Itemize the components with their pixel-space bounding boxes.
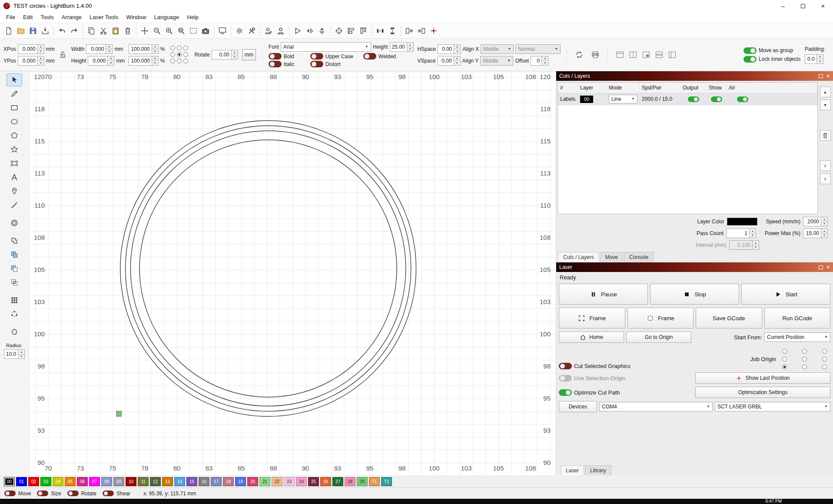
dock-layout-1-button[interactable] bbox=[614, 49, 626, 61]
user-button[interactable] bbox=[275, 25, 287, 37]
palette-color-12[interactable]: 12 bbox=[150, 477, 161, 486]
tab-move[interactable]: Move bbox=[600, 252, 623, 262]
align-x-select[interactable]: Middle▼ bbox=[481, 44, 514, 54]
power-max-input[interactable]: 15.00▲▼ bbox=[803, 229, 828, 238]
shape-properties-tool[interactable] bbox=[7, 325, 22, 338]
layer-color-chip[interactable]: 00 bbox=[580, 96, 593, 103]
home-button[interactable]: Home bbox=[559, 332, 624, 343]
palette-color-24[interactable]: 24 bbox=[296, 477, 307, 486]
palette-color-15[interactable]: 15 bbox=[186, 477, 197, 486]
bold-toggle[interactable] bbox=[269, 53, 282, 60]
job-origin-5[interactable] bbox=[822, 357, 827, 361]
text-tool[interactable] bbox=[7, 171, 22, 184]
palette-color-05[interactable]: 05 bbox=[65, 477, 76, 486]
distribute-h-button[interactable] bbox=[374, 25, 386, 37]
draw-lines-tool[interactable] bbox=[7, 87, 22, 100]
status-toggle-rotate[interactable]: Rotate bbox=[67, 491, 96, 497]
move-layer-up-button[interactable]: ▲ bbox=[820, 86, 831, 97]
palette-color-28[interactable]: 28 bbox=[345, 477, 355, 486]
palette-color-27[interactable]: 27 bbox=[332, 477, 343, 486]
camera-button[interactable] bbox=[199, 25, 212, 37]
machine-settings-button[interactable] bbox=[246, 25, 258, 37]
height-input[interactable]: 0.000▲▼ bbox=[88, 56, 114, 66]
uppercase-toggle[interactable] bbox=[310, 53, 323, 60]
show-last-position-button[interactable]: Show Last Position bbox=[695, 372, 830, 384]
zoom-out-button[interactable] bbox=[151, 25, 163, 37]
palette-color-08[interactable]: 08 bbox=[101, 477, 112, 486]
pause-button[interactable]: Pause bbox=[559, 284, 648, 305]
maximize-button[interactable] bbox=[793, 0, 813, 12]
os-taskbar[interactable]: 6:47 PM bbox=[0, 499, 833, 504]
palette-color-02[interactable]: 02 bbox=[28, 477, 39, 486]
frame-circle-button[interactable]: Frame bbox=[627, 308, 694, 328]
job-origin-8[interactable] bbox=[822, 365, 827, 369]
padding-input[interactable]: 0.0▲▼ bbox=[805, 54, 823, 64]
menu-tools[interactable]: Tools bbox=[37, 12, 57, 22]
close-button[interactable]: × bbox=[813, 0, 833, 12]
save-gcode-button[interactable]: Save GCode bbox=[696, 308, 762, 328]
palette-color-00[interactable]: 00 bbox=[4, 477, 15, 486]
go-to-origin-button[interactable]: Go to Origin bbox=[626, 332, 691, 343]
marquee-button[interactable] bbox=[187, 25, 199, 37]
anchor-point-grid[interactable] bbox=[170, 46, 189, 64]
pan-button[interactable] bbox=[139, 25, 151, 37]
cut-button[interactable] bbox=[97, 25, 110, 37]
palette-color-25[interactable]: 25 bbox=[308, 477, 319, 486]
layer-air-toggle[interactable] bbox=[737, 96, 748, 102]
measure-tool[interactable] bbox=[7, 199, 22, 212]
anchor-point-7[interactable] bbox=[177, 59, 182, 63]
offset-input[interactable]: 0▲▼ bbox=[531, 56, 548, 66]
palette-color-20[interactable]: 20 bbox=[247, 477, 258, 486]
layer-color-swatch[interactable] bbox=[727, 218, 757, 225]
interval-input[interactable]: 0.100▲▼ bbox=[729, 240, 759, 250]
height-percent-input[interactable]: 100.000▲▼ bbox=[129, 56, 158, 66]
job-origin-7[interactable] bbox=[802, 365, 807, 369]
palette-color-03[interactable]: 03 bbox=[40, 477, 51, 486]
status-toggle-move[interactable]: Move bbox=[4, 491, 31, 497]
lock-aspect-icon[interactable] bbox=[59, 50, 67, 59]
star-tool[interactable] bbox=[7, 143, 22, 156]
anchor-point-8[interactable] bbox=[183, 59, 188, 63]
xpos-input[interactable]: 0.000▲▼ bbox=[18, 44, 44, 54]
undo-button[interactable] bbox=[56, 25, 68, 37]
dock-layout-2-button[interactable] bbox=[627, 49, 639, 61]
float-panel-icon[interactable] bbox=[819, 265, 823, 269]
text-style-select[interactable]: Normal▼ bbox=[515, 44, 561, 54]
port-select[interactable]: COM4▼ bbox=[599, 402, 713, 411]
align-y-select[interactable]: Middle▼ bbox=[480, 56, 513, 66]
palette-color-21[interactable]: 21 bbox=[259, 477, 270, 486]
delete-button[interactable] bbox=[122, 25, 134, 37]
polygon-tool[interactable] bbox=[7, 129, 22, 142]
palette-color-11[interactable]: 11 bbox=[138, 477, 149, 486]
open-file-button[interactable] bbox=[15, 25, 27, 37]
menu-file[interactable]: File bbox=[2, 12, 19, 22]
anchor-point-2[interactable] bbox=[183, 46, 188, 50]
menu-window[interactable]: Window bbox=[122, 12, 150, 22]
radius-input[interactable]: 10.0▲▼ bbox=[4, 349, 25, 359]
palette-color-29[interactable]: 29 bbox=[357, 477, 368, 486]
panel-expand-button[interactable]: › bbox=[820, 160, 831, 171]
width-percent-input[interactable]: 100.000▲▼ bbox=[129, 44, 158, 54]
optimize-cut-path-toggle[interactable] bbox=[559, 389, 572, 396]
settings-button[interactable] bbox=[233, 25, 246, 37]
user-settings-button[interactable] bbox=[262, 25, 275, 37]
drawn-circle[interactable] bbox=[139, 140, 397, 397]
stop-button[interactable]: Stop bbox=[650, 284, 739, 305]
palette-color-T1[interactable]: T1 bbox=[369, 477, 380, 486]
drawn-circle[interactable] bbox=[126, 126, 411, 411]
job-origin-0[interactable] bbox=[782, 349, 787, 354]
edit-nodes-tool[interactable] bbox=[7, 157, 22, 170]
anchor-point-1[interactable] bbox=[177, 46, 182, 50]
vspace-input[interactable]: 0.00▲▼ bbox=[438, 56, 461, 66]
devices-button[interactable]: Devices bbox=[559, 401, 597, 412]
start-preview-button[interactable] bbox=[292, 25, 304, 37]
position-pin-tool[interactable] bbox=[7, 185, 22, 198]
palette-color-06[interactable]: 06 bbox=[77, 477, 88, 486]
palette-color-22[interactable]: 22 bbox=[272, 477, 282, 486]
palette-color-01[interactable]: 01 bbox=[16, 477, 27, 486]
minimize-button[interactable]: – bbox=[773, 0, 793, 12]
palette-color-09[interactable]: 09 bbox=[113, 477, 124, 486]
mirror-v-button[interactable] bbox=[316, 25, 328, 37]
zoom-in-button[interactable] bbox=[163, 25, 175, 37]
grid-array-tool[interactable] bbox=[7, 294, 22, 307]
